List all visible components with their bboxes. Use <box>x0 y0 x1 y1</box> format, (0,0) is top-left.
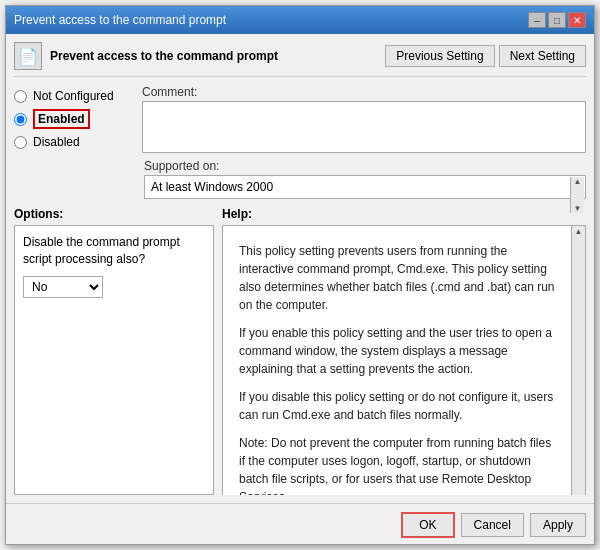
comment-label: Comment: <box>142 85 586 99</box>
help-scroll-wrapper: This policy setting prevents users from … <box>222 225 586 495</box>
window-title: Prevent access to the command prompt <box>14 13 226 27</box>
policy-icon: 📄 <box>14 42 42 70</box>
scroll-up-arrow[interactable]: ▲ <box>574 177 582 186</box>
options-dropdown[interactable]: No Yes <box>23 276 103 298</box>
comment-section: Comment: <box>142 85 586 153</box>
next-setting-button[interactable]: Next Setting <box>499 45 586 67</box>
header-left: 📄 Prevent access to the command prompt <box>14 42 278 70</box>
ok-button[interactable]: OK <box>401 512 454 538</box>
disabled-label: Disabled <box>33 135 80 149</box>
scroll-down-arrow[interactable]: ▼ <box>574 204 582 213</box>
options-title: Options: <box>14 207 214 221</box>
top-header: 📄 Prevent access to the command prompt P… <box>14 42 586 77</box>
help-paragraph-4: Note: Do not prevent the computer from r… <box>239 434 555 495</box>
not-configured-option[interactable]: Not Configured <box>14 89 134 103</box>
help-content: This policy setting prevents users from … <box>231 234 577 495</box>
close-button[interactable]: ✕ <box>568 12 586 28</box>
disabled-option[interactable]: Disabled <box>14 135 134 149</box>
main-window: Prevent access to the command prompt – □… <box>5 5 595 545</box>
help-panel: Help: This policy setting prevents users… <box>222 207 586 495</box>
middle-section: Not Configured Enabled Disabled Comment: <box>14 85 586 153</box>
policy-icon-symbol: 📄 <box>18 47 38 66</box>
dropdown-wrap: No Yes <box>23 276 205 298</box>
supported-value: At least Windows 2000 <box>151 180 273 194</box>
enabled-radio[interactable] <box>14 113 27 126</box>
help-paragraph-1: This policy setting prevents users from … <box>239 242 555 314</box>
apply-button[interactable]: Apply <box>530 513 586 537</box>
previous-setting-button[interactable]: Previous Setting <box>385 45 494 67</box>
minimize-button[interactable]: – <box>528 12 546 28</box>
disabled-radio[interactable] <box>14 136 27 149</box>
nav-buttons: Previous Setting Next Setting <box>385 45 586 67</box>
maximize-button[interactable]: □ <box>548 12 566 28</box>
supported-section: Supported on: At least Windows 2000 ▲ ▼ <box>144 159 586 199</box>
radio-group: Not Configured Enabled Disabled <box>14 85 134 153</box>
help-scroll-up[interactable]: ▲ <box>575 227 583 236</box>
help-title: Help: <box>222 207 586 221</box>
title-controls: – □ ✕ <box>528 12 586 28</box>
enabled-option[interactable]: Enabled <box>14 109 134 129</box>
bottom-bar: OK Cancel Apply <box>6 503 594 544</box>
help-box: This policy setting prevents users from … <box>222 225 586 495</box>
help-text: This policy setting prevents users from … <box>239 242 555 495</box>
cancel-button[interactable]: Cancel <box>461 513 524 537</box>
options-box: Disable the command prompt script proces… <box>14 225 214 495</box>
not-configured-radio[interactable] <box>14 90 27 103</box>
supported-box: At least Windows 2000 ▲ ▼ <box>144 175 586 199</box>
help-scrollbar[interactable]: ▲ ▼ <box>571 226 585 495</box>
comment-textarea[interactable] <box>142 101 586 153</box>
not-configured-label: Not Configured <box>33 89 114 103</box>
options-panel: Options: Disable the command prompt scri… <box>14 207 214 495</box>
policy-header-title: Prevent access to the command prompt <box>50 49 278 63</box>
main-panels: Options: Disable the command prompt scri… <box>14 207 586 495</box>
title-bar: Prevent access to the command prompt – □… <box>6 6 594 34</box>
supported-label: Supported on: <box>144 159 586 173</box>
help-paragraph-3: If you disable this policy setting or do… <box>239 388 555 424</box>
content-area: 📄 Prevent access to the command prompt P… <box>6 34 594 503</box>
options-description: Disable the command prompt script proces… <box>23 234 205 268</box>
help-paragraph-2: If you enable this policy setting and th… <box>239 324 555 378</box>
supported-scrollbar[interactable]: ▲ ▼ <box>570 177 584 213</box>
enabled-label: Enabled <box>33 109 90 129</box>
